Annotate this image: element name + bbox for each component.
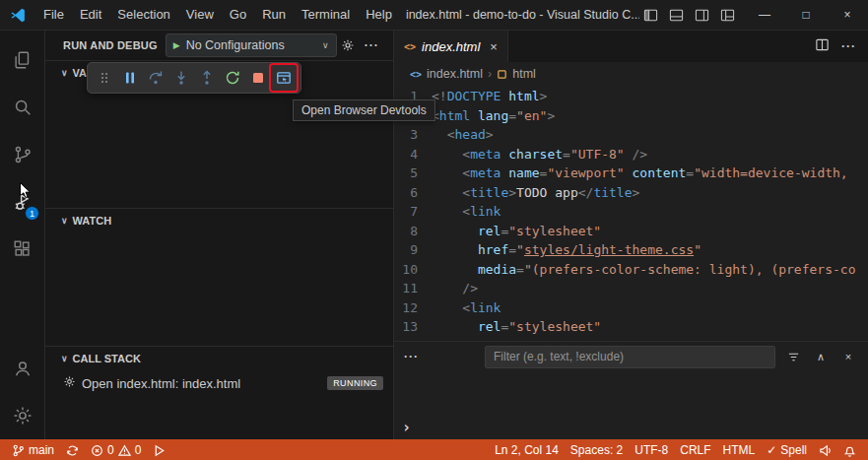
code-line-6[interactable]: 6 <title>TODO app</title> <box>394 183 868 203</box>
split-editor-icon[interactable] <box>815 37 830 55</box>
line-number[interactable]: 8 <box>394 222 432 241</box>
menu-go[interactable]: Go <box>222 4 254 26</box>
code-line-2[interactable]: 2<html lang="en"> <box>394 106 868 126</box>
open-browser-devtools-button[interactable] <box>271 65 297 91</box>
line-number[interactable]: 12 <box>394 298 432 318</box>
step-out-button[interactable] <box>194 65 220 91</box>
close-button[interactable]: × <box>827 0 868 30</box>
code-line-11[interactable]: 11 /> <box>394 279 868 298</box>
toggle-panel-icon[interactable] <box>665 4 687 26</box>
code-line-9[interactable]: 9 href="styles/light-theme.css" <box>394 240 868 260</box>
step-over-button[interactable] <box>143 65 168 91</box>
encoding[interactable]: UTF-8 <box>629 439 674 460</box>
activity-source-control[interactable] <box>0 131 44 178</box>
code-line-10[interactable]: 10 media="(prefers-color-scheme: light),… <box>394 260 868 280</box>
panel-maximize-icon[interactable]: ∧ <box>811 347 831 366</box>
console-filter-input[interactable] <box>485 346 775 368</box>
line-number[interactable]: 9 <box>394 240 432 260</box>
sidebar-more-actions[interactable]: ··· <box>360 33 383 57</box>
line-number[interactable]: 6 <box>394 183 432 203</box>
spell-checker[interactable]: ✓ Spell <box>761 439 813 460</box>
code-editor[interactable]: 1<!DOCTYPE html>2<html lang="en">3 <head… <box>394 86 868 341</box>
menu-file[interactable]: File <box>35 4 72 26</box>
toggle-secondary-sidebar-icon[interactable] <box>691 4 712 26</box>
activity-search[interactable] <box>0 84 44 131</box>
breadcrumb-file[interactable]: index.html <box>427 67 483 81</box>
code-line-8[interactable]: 8 rel="stylesheet" <box>394 222 868 241</box>
line-number[interactable]: 13 <box>394 317 432 337</box>
line-number[interactable]: 11 <box>394 279 432 298</box>
code-line-5[interactable]: 5 <meta name="viewport" content="width=d… <box>394 164 868 183</box>
start-debugging-icon[interactable]: ▶ <box>173 41 180 50</box>
stop-button[interactable] <box>245 65 271 91</box>
tab-bar: <> index.html × ··· <box>394 31 868 62</box>
problems-indicator[interactable]: 0 0 <box>85 439 147 460</box>
activity-run-debug[interactable]: 1 <box>0 178 44 226</box>
menu-help[interactable]: Help <box>358 4 400 26</box>
activity-settings[interactable] <box>0 392 44 439</box>
chevron-down-icon: ∨ <box>61 217 68 226</box>
code-line-1[interactable]: 1<!DOCTYPE html> <box>394 87 868 106</box>
line-text: rel="stylesheet" <box>432 222 601 241</box>
prompt-icon: › <box>402 419 411 436</box>
restart-button[interactable] <box>220 65 245 91</box>
filter-icon[interactable] <box>783 347 803 366</box>
panel-more-actions[interactable]: ··· <box>404 350 419 363</box>
debug-gear-icon[interactable] <box>337 33 361 57</box>
customize-layout-icon[interactable] <box>716 4 738 26</box>
line-number[interactable]: 5 <box>394 164 432 183</box>
breadcrumb-symbol[interactable]: html <box>512 67 536 81</box>
pause-icon <box>122 70 138 86</box>
warning-count: 0 <box>135 443 142 457</box>
sidebar-header: RUN AND DEBUG ▶ No Configurations ∨ ··· <box>45 31 393 60</box>
indentation[interactable]: Spaces: 2 <box>565 439 629 460</box>
watch-section-header[interactable]: ∨ WATCH <box>45 209 393 232</box>
branch-name: main <box>29 443 54 457</box>
menu-run[interactable]: Run <box>254 4 294 26</box>
menu-edit[interactable]: Edit <box>72 4 109 26</box>
line-number[interactable]: 10 <box>394 260 432 280</box>
menu-selection[interactable]: Selection <box>109 4 177 26</box>
code-line-12[interactable]: 12 <link <box>394 298 868 318</box>
activity-extensions[interactable] <box>0 226 44 273</box>
line-number[interactable]: 7 <box>394 202 432 222</box>
call-stack-session[interactable]: Open index.html: index.html RUNNING <box>45 370 393 396</box>
pause-button[interactable] <box>117 65 143 91</box>
language-mode[interactable]: HTML <box>717 439 762 460</box>
code-line-7[interactable]: 7 <link <box>394 202 868 222</box>
feedback-icon[interactable] <box>813 439 837 460</box>
check-icon: ✓ <box>767 443 776 457</box>
code-line-3[interactable]: 3 <head> <box>394 125 868 145</box>
step-into-button[interactable] <box>168 65 194 91</box>
menu-terminal[interactable]: Terminal <box>294 4 358 26</box>
line-text: <link <box>432 298 501 318</box>
activity-account[interactable] <box>0 345 44 392</box>
toggle-sidebar-icon[interactable] <box>639 4 661 26</box>
tab-close-icon[interactable]: × <box>490 39 498 54</box>
minimize-button[interactable]: — <box>744 0 785 30</box>
debug-badge: 1 <box>25 206 39 221</box>
sync-button[interactable] <box>60 439 85 460</box>
toolbar-drag-handle[interactable] <box>92 65 117 91</box>
debug-status[interactable] <box>147 439 171 460</box>
call-stack-label: CALL STACK <box>73 353 141 364</box>
line-text: media="(prefers-color-scheme: light), (p… <box>432 260 855 280</box>
editor-more-actions[interactable]: ··· <box>841 39 856 53</box>
menu-view[interactable]: View <box>178 4 222 26</box>
eol-indicator[interactable]: CRLF <box>674 439 716 460</box>
cursor-position[interactable]: Ln 2, Col 14 <box>489 439 565 460</box>
line-number[interactable]: 4 <box>394 145 432 164</box>
code-line-4[interactable]: 4 <meta charset="UTF-8" /> <box>394 145 868 164</box>
console-output[interactable] <box>394 371 868 416</box>
line-number[interactable]: 3 <box>394 125 432 145</box>
maximize-button[interactable]: □ <box>785 0 827 30</box>
branch-indicator[interactable]: main <box>6 439 60 460</box>
tab-index-html[interactable]: <> index.html × <box>394 31 508 62</box>
code-line-13[interactable]: 13 rel="stylesheet" <box>394 317 868 337</box>
debug-config-dropdown[interactable]: ▶ No Configurations ∨ <box>166 33 337 57</box>
panel-close-icon[interactable]: × <box>838 347 858 366</box>
activity-explorer[interactable] <box>0 36 44 84</box>
notifications-bell-icon[interactable] <box>837 439 862 460</box>
console-input[interactable]: › <box>394 416 868 439</box>
call-stack-section-header[interactable]: ∨ CALL STACK <box>45 347 393 370</box>
